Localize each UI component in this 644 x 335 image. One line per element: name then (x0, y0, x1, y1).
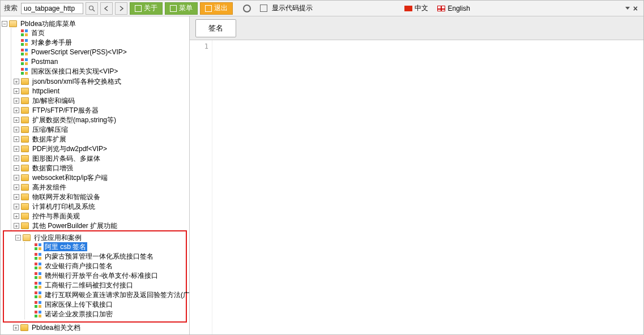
tree-item[interactable]: 计算机/打印机及系统 (31, 202, 96, 211)
highlighted-section: − 行业应用和案例 阿里 csb 签名内蒙古预算管理一体化系统接口签名农业银行商… (3, 230, 187, 323)
tree-item-pbidea-docs[interactable]: PbIdea相关文档 (31, 323, 82, 332)
folder-icon (21, 145, 29, 152)
tree-item[interactable]: httpclient (31, 87, 61, 96)
tree-item[interactable]: 压缩/解压缩 (31, 125, 69, 134)
expand-toggle[interactable]: + (14, 156, 19, 161)
tree-item[interactable]: 图形图片条码、多媒体 (31, 154, 101, 163)
svg-point-0 (89, 6, 93, 10)
search-icon (88, 5, 95, 12)
tree-root-label[interactable]: PbIdea功能库菜单 (19, 19, 77, 28)
menu-button[interactable]: 菜单 (165, 2, 198, 15)
tree-item[interactable]: PDF浏览与dw2pdf<VIP> (31, 144, 108, 153)
tree-item[interactable]: 阿里 csb 签名 (44, 242, 87, 251)
nav-back-button[interactable] (100, 2, 113, 15)
svg-line-1 (93, 10, 95, 11)
folder-icon (21, 155, 29, 162)
exit-button[interactable]: 退出 (200, 2, 233, 15)
grid-icon (35, 301, 41, 308)
tree-item[interactable]: json/bson/xml等各种交换格式 (31, 77, 122, 86)
expand-toggle[interactable]: + (14, 213, 19, 219)
expand-toggle[interactable]: + (14, 175, 19, 181)
lang-english-button[interactable]: English (434, 5, 473, 12)
expand-toggle[interactable]: + (14, 117, 19, 123)
tree-item[interactable]: 数据窗口增强 (31, 164, 74, 173)
tree-item-industry-cases[interactable]: 行业应用和案例 (33, 233, 83, 242)
tree-item[interactable]: 控件与界面美观 (31, 212, 81, 221)
about-button[interactable]: 关于 (130, 2, 163, 15)
expand-toggle[interactable]: + (14, 88, 19, 94)
tab-bar: 签名 (190, 16, 643, 40)
tree-item[interactable]: 物联网开发和智能设备 (31, 192, 101, 201)
tab-signature[interactable]: 签名 (195, 19, 236, 37)
folder-icon (21, 222, 29, 229)
tree-item[interactable]: 建行互联网银企直连请求加密及返回验签方法(广州) (44, 290, 190, 299)
code-editor[interactable]: 1 (190, 40, 643, 334)
tree-item[interactable]: 国家医保上传下载接口 (44, 300, 114, 309)
tree-item[interactable]: 加/解密和编码 (31, 96, 76, 105)
content-panel: 签名 1 (190, 16, 643, 334)
nav-forward-button[interactable] (115, 2, 127, 15)
search-label: 搜索 (3, 3, 19, 13)
tree-item[interactable]: 诺诺企业发票接口加密 (44, 310, 114, 319)
toolbar: 搜索 关于 菜单 退出 显示代码提示 中文 English × (1, 1, 643, 16)
expand-toggle[interactable]: + (14, 204, 19, 209)
tree-item[interactable]: 其他 PowerBuilder 扩展功能 (31, 221, 118, 230)
grid-icon (35, 263, 41, 269)
tree-item[interactable]: websocket和tcp/ip客户端 (31, 173, 109, 182)
close-panel-icon[interactable]: × (633, 4, 638, 13)
expand-toggle[interactable]: + (14, 146, 19, 152)
expand-toggle[interactable]: + (14, 108, 19, 113)
tree-item[interactable]: 国家医保接口相关实现<VIP> (30, 67, 119, 76)
app-window: 搜索 关于 菜单 退出 显示代码提示 中文 English × (0, 0, 644, 335)
tree-item[interactable]: 扩展数据类型(map,string等) (31, 115, 117, 124)
folder-icon (21, 165, 29, 171)
folder-icon (21, 117, 29, 123)
folder-icon (21, 126, 29, 133)
search-button[interactable] (86, 2, 98, 15)
code-area[interactable] (212, 40, 643, 334)
expand-toggle[interactable]: + (14, 98, 19, 104)
expand-toggle[interactable]: + (14, 79, 19, 84)
tree-item[interactable]: FTP/sFTP/FTP服务器 (31, 106, 100, 115)
folder-icon (20, 324, 28, 331)
flag-en-icon (437, 6, 445, 11)
tree-panel[interactable]: − PbIdea功能库菜单 首页对象参考手册PowerScript Server… (1, 16, 190, 334)
expand-toggle[interactable]: + (14, 223, 19, 229)
tree-item[interactable]: 高并发组件 (31, 183, 67, 192)
tree-item[interactable]: 对象参考手册 (30, 38, 73, 47)
clear-icon[interactable] (243, 5, 251, 12)
expand-toggle[interactable]: − (2, 21, 7, 27)
tree-item[interactable]: PowerScript Server(PSS)<VIP> (30, 48, 128, 57)
folder-icon (21, 88, 29, 95)
tree-item[interactable]: Postman (30, 57, 59, 66)
grid-icon (35, 272, 41, 279)
grid-icon (35, 282, 41, 289)
tree-item[interactable]: 数据库扩展 (31, 135, 67, 144)
folder-icon (21, 107, 29, 114)
grid-icon (35, 243, 41, 250)
expand-toggle[interactable]: + (14, 165, 19, 171)
toolbar-dropdown-icon[interactable] (625, 7, 630, 10)
folder-open-icon (23, 234, 31, 241)
folder-icon (21, 78, 29, 85)
expand-toggle[interactable]: + (14, 194, 19, 200)
expand-toggle[interactable]: − (15, 235, 21, 240)
arrow-left-icon (104, 6, 109, 11)
show-code-tip-label: 显示代码提示 (272, 3, 313, 13)
tree-item[interactable]: 赣州银行开放平台-收单支付-标准接口 (44, 271, 159, 280)
grid-icon (21, 58, 28, 65)
grid-icon (35, 253, 41, 260)
search-input[interactable] (21, 3, 83, 14)
folder-icon (21, 213, 29, 220)
tree-item[interactable]: 内蒙古预算管理一体化系统接口签名 (44, 252, 155, 261)
expand-toggle[interactable]: + (14, 136, 19, 142)
expand-toggle[interactable]: + (14, 127, 19, 132)
tree-item[interactable]: 工商银行二维码被扫支付接口 (44, 281, 134, 290)
expand-toggle[interactable]: + (14, 184, 19, 190)
expand-toggle[interactable]: + (13, 325, 19, 330)
folder-open-icon (9, 20, 17, 27)
tree-item[interactable]: 首页 (30, 28, 46, 37)
lang-chinese-button[interactable]: 中文 (401, 3, 432, 13)
show-code-tip-checkbox[interactable] (260, 5, 267, 12)
tree-item[interactable]: 农业银行商户接口签名 (44, 261, 114, 270)
